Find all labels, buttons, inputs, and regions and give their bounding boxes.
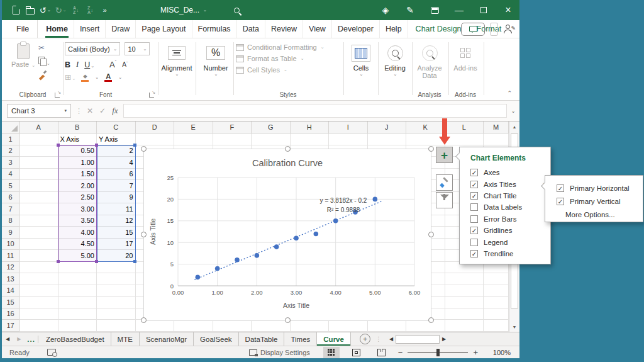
grid-cell[interactable] <box>484 285 509 297</box>
grid-cell[interactable]: 4.50 <box>58 239 97 251</box>
chart-filters-button[interactable] <box>436 192 453 208</box>
sheet-overflow-indicator[interactable]: ... <box>25 336 38 343</box>
tab-draw[interactable]: Draw <box>106 20 136 38</box>
shrink-font-button[interactable]: Aˇ <box>122 61 128 68</box>
chart-selection-handle[interactable] <box>428 317 434 323</box>
grid-cell[interactable] <box>19 262 58 274</box>
sheet-tab-zerobasedbudget[interactable]: ZeroBasedBudget <box>40 332 111 346</box>
row-header-15[interactable]: 15 <box>2 297 19 308</box>
sort-za-icon[interactable]: ZA↓ <box>86 4 96 16</box>
grid-cell[interactable] <box>213 320 252 332</box>
row-header-11[interactable]: 11 <box>2 250 19 262</box>
row-header-10[interactable]: 10 <box>2 239 19 251</box>
grid-cell[interactable] <box>97 285 136 297</box>
chart-element-item-axes[interactable]: ✓Axes <box>460 167 550 178</box>
column-header-J[interactable]: J <box>368 122 407 133</box>
sheet-tab-goalseek[interactable]: GoalSeek <box>194 332 239 346</box>
row-header-17[interactable]: 17 <box>2 320 19 332</box>
grid-cell[interactable]: Y Axis <box>97 133 136 145</box>
clipboard-dialog-launcher[interactable] <box>55 92 60 98</box>
display-settings-button[interactable]: Display Settings <box>260 349 310 356</box>
select-all-corner[interactable] <box>2 122 19 133</box>
grid-cell[interactable] <box>484 273 509 285</box>
chart-title[interactable]: Calibration Curve <box>252 158 323 168</box>
macro-record-icon[interactable] <box>47 349 56 356</box>
grid-cell[interactable] <box>291 320 330 332</box>
grid-cell[interactable]: 7 <box>97 180 136 192</box>
grid-cell[interactable] <box>19 285 58 297</box>
tab-help[interactable]: Help <box>380 20 408 38</box>
editing-group-button[interactable]: Editing ⌄ <box>379 43 411 77</box>
document-title[interactable]: MISC_De...⌄ <box>160 6 207 14</box>
chart-selection-handle[interactable] <box>141 232 147 237</box>
grid-cell[interactable] <box>97 320 136 332</box>
column-header-E[interactable]: E <box>174 122 213 133</box>
grid-cell[interactable]: 15 <box>97 227 136 239</box>
row-header-12[interactable]: 12 <box>2 262 19 274</box>
grid-cell[interactable] <box>445 308 484 320</box>
row-header-8[interactable]: 8 <box>2 215 19 227</box>
grid-cell[interactable] <box>19 320 58 332</box>
draw-pen-icon[interactable]: ✎ <box>405 4 415 16</box>
new-file-icon[interactable] <box>11 4 21 16</box>
chart-element-item-trendline[interactable]: ✓Trendline <box>460 248 550 259</box>
sheet-tab-mte[interactable]: MTE <box>111 332 140 346</box>
font-color-button[interactable]: A <box>104 73 112 82</box>
grid-cell[interactable] <box>58 262 97 274</box>
zoom-slider-thumb[interactable] <box>436 349 440 356</box>
row-header-4[interactable]: 4 <box>2 169 19 181</box>
hscroll-right-icon[interactable]: ▶ <box>440 336 448 342</box>
sheet-tab-times[interactable]: Times <box>284 332 317 346</box>
grid-cell[interactable] <box>19 180 58 192</box>
grid-cell[interactable] <box>484 133 509 145</box>
sheet-tab-datatable[interactable]: DataTable <box>239 332 285 346</box>
comments-button[interactable] <box>461 23 485 36</box>
share-icon[interactable]: ✎ <box>503 24 514 34</box>
column-header-F[interactable]: F <box>213 122 252 133</box>
grid-cell[interactable] <box>19 297 58 308</box>
calibration-curve-chart[interactable]: 0.001.002.003.004.005.006.000510152025Ca… <box>143 149 431 321</box>
page-break-view-button[interactable] <box>374 347 390 358</box>
grid-cell[interactable] <box>368 133 407 145</box>
column-header-G[interactable]: G <box>252 122 291 133</box>
more-options-item[interactable]: More Options... <box>545 208 643 221</box>
zoom-slider[interactable] <box>408 352 468 353</box>
grid-cell[interactable] <box>484 320 509 332</box>
grid-cell[interactable] <box>58 285 97 297</box>
grid-cell[interactable]: 6 <box>97 169 136 181</box>
checkbox-checked[interactable]: ✓ <box>557 184 564 192</box>
grid-cell[interactable]: 0.50 <box>58 145 97 157</box>
cell-styles-button[interactable]: Cell Styles⌄ <box>236 66 340 74</box>
insert-function-icon[interactable]: fx <box>112 106 118 116</box>
minimize-button[interactable]: — <box>454 4 464 16</box>
row-header-3[interactable]: 3 <box>2 157 19 169</box>
close-button[interactable]: × <box>503 4 513 16</box>
diamond-icon[interactable]: ◈ <box>380 4 391 16</box>
conditional-formatting-button[interactable]: Conditional Formatting⌄ <box>236 43 340 51</box>
grid-cell[interactable] <box>445 133 484 145</box>
chart-element-item-legend[interactable]: Legend <box>460 236 550 247</box>
grid-cell[interactable] <box>19 203 58 215</box>
copy-button[interactable]: ⌄ <box>38 56 50 67</box>
grid-cell[interactable] <box>252 133 291 145</box>
formula-input[interactable] <box>123 104 507 118</box>
column-header-A[interactable]: A <box>19 122 58 133</box>
row-header-6[interactable]: 6 <box>2 192 19 204</box>
grid-cell[interactable] <box>19 250 58 262</box>
cancel-icon[interactable]: ✕ <box>87 106 93 115</box>
row-header-14[interactable]: 14 <box>2 285 19 297</box>
column-header-I[interactable]: I <box>329 122 368 133</box>
scroll-up-icon[interactable]: ▲ <box>509 122 519 132</box>
addins-button[interactable]: Add-ins <box>450 43 481 72</box>
grid-cell[interactable]: 4.00 <box>58 227 97 239</box>
row-header-2[interactable]: 2 <box>2 145 19 157</box>
grid-cell[interactable]: 2.50 <box>58 192 97 204</box>
alignment-group-button[interactable]: Alignment ⌄ <box>159 43 194 77</box>
collapse-ribbon-icon[interactable]: ⌃ <box>507 90 512 96</box>
grid-cell[interactable]: 3.50 <box>58 215 97 227</box>
sort-az-icon[interactable]: AZ↓ <box>71 4 81 16</box>
checkbox-unchecked[interactable] <box>470 203 478 211</box>
formula-bar-expand-icon[interactable]: ⌄ <box>507 108 519 114</box>
grid-cell[interactable] <box>58 273 97 285</box>
grid-cell[interactable] <box>252 320 291 332</box>
